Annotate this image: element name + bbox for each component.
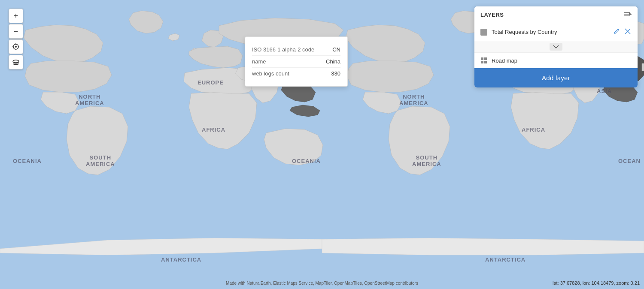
map-controls: + −: [9, 9, 23, 69]
zoom-out-button[interactable]: −: [9, 24, 23, 39]
country-tooltip: ISO 3166-1 alpha-2 code CN name China we…: [245, 36, 348, 87]
grid-icon: [480, 57, 487, 64]
tooltip-value-logs: 330: [331, 70, 340, 77]
layer-name-requests: Total Requests by Country: [492, 29, 613, 35]
layer-remove-button[interactable]: [624, 27, 632, 36]
locate-icon: [12, 43, 19, 50]
layers-panel: LAYERS Total Requests by Country: [474, 6, 638, 87]
svg-rect-17: [481, 61, 483, 63]
svg-rect-16: [484, 57, 487, 60]
tooltip-row-logs: web logs count 330: [252, 68, 340, 79]
layer-actions: [613, 27, 632, 36]
tooltip-row-iso: ISO 3166-1 alpha-2 code CN: [252, 44, 340, 56]
tooltip-value-name: China: [326, 58, 340, 65]
road-map-icon: [480, 57, 487, 64]
layer-item-requests: Total Requests by Country: [474, 23, 638, 41]
remove-icon: [625, 28, 631, 34]
tooltip-label-logs: web logs count: [252, 70, 289, 77]
collapse-panel-icon: [624, 12, 632, 17]
tooltip-value-iso: CN: [332, 46, 340, 53]
layers-icon: [12, 59, 19, 66]
zoom-in-button[interactable]: +: [9, 9, 23, 23]
layers-toggle-button[interactable]: [9, 55, 23, 69]
svg-point-7: [13, 60, 19, 63]
layer-edit-button[interactable]: [613, 27, 620, 36]
svg-rect-18: [484, 61, 487, 63]
map-container[interactable]: NORTHAMERICA SOUTHAMERICA EUROPE AFRICA …: [0, 0, 644, 289]
svg-rect-15: [481, 57, 483, 60]
edit-icon: [614, 28, 620, 34]
add-layer-button[interactable]: Add layer: [474, 68, 638, 87]
tooltip-label-name: name: [252, 58, 266, 65]
svg-point-2: [15, 46, 17, 48]
locate-button[interactable]: [9, 39, 23, 54]
tooltip-label-iso: ISO 3166-1 alpha-2 code: [252, 46, 314, 53]
road-map-name: Road map: [492, 57, 632, 64]
layer-expand-row: [474, 41, 638, 53]
layers-close-button[interactable]: [624, 11, 632, 18]
layer-color-swatch: [480, 29, 487, 36]
road-map-item: Road map: [474, 53, 638, 68]
chevron-down-icon: [553, 45, 559, 48]
layers-panel-title: LAYERS: [480, 12, 504, 18]
layers-header: LAYERS: [474, 6, 638, 23]
attribution-text: Made with NaturalEarth, Elastic Maps Ser…: [0, 281, 644, 286]
map-attribution: Made with NaturalEarth, Elastic Maps Ser…: [0, 281, 644, 286]
layer-expand-button[interactable]: [550, 43, 562, 51]
tooltip-row-name: name China: [252, 56, 340, 68]
